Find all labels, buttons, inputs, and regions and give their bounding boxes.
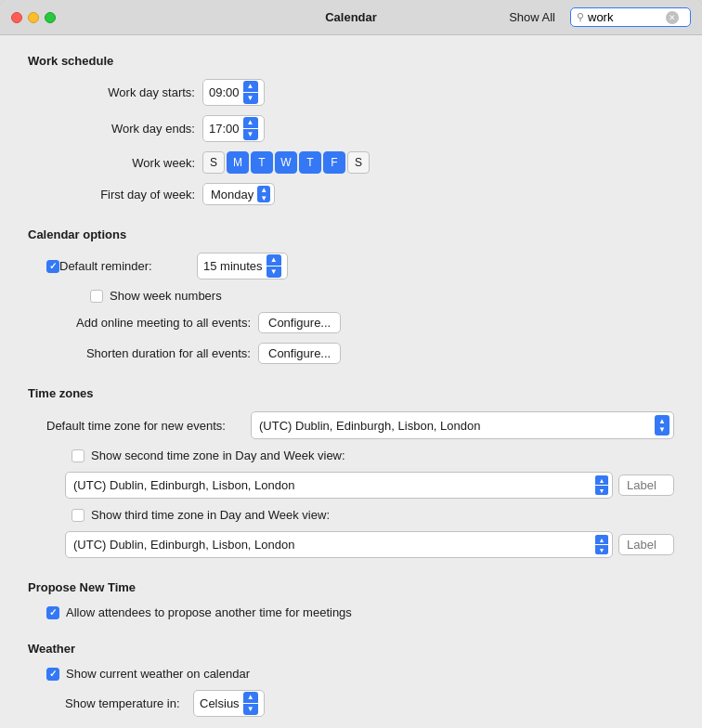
preferences-window: Calendar Show All ⚲ ✕ Work schedule Work…: [0, 0, 702, 728]
reminder-down[interactable]: ▼: [266, 266, 281, 278]
work-week-day-5[interactable]: F: [323, 151, 345, 174]
first-day-label: First day of week:: [46, 188, 195, 202]
work-day-starts-value: 09:00: [209, 85, 240, 99]
second-tz-down[interactable]: ▼: [595, 486, 608, 495]
temp-unit-up[interactable]: ▲: [243, 692, 258, 703]
default-tz-row: Default time zone for new events: (UTC) …: [28, 411, 674, 439]
show-all-button[interactable]: Show All: [503, 8, 561, 26]
show-temp-row: Show temperature in: Celsius ▲ ▼: [28, 690, 674, 717]
work-day-starts-row: Work day starts: 09:00 ▲ ▼: [28, 79, 674, 106]
first-day-value: Monday: [211, 188, 254, 202]
search-input[interactable]: [588, 10, 662, 24]
shorten-configure-button[interactable]: Configure...: [258, 343, 341, 364]
show-second-tz-checkbox[interactable]: [72, 449, 84, 462]
work-day-starts-label: Work day starts:: [46, 85, 195, 99]
show-weather-checkbox[interactable]: [46, 668, 59, 681]
temp-unit-arrows: ▲ ▼: [243, 692, 258, 715]
close-button[interactable]: [11, 12, 22, 23]
temp-unit-down[interactable]: ▼: [243, 704, 258, 715]
titlebar-actions: Show All ⚲ ✕: [503, 7, 691, 27]
shorten-duration-row: Shorten duration for all events: Configu…: [28, 343, 674, 364]
second-tz-value: (UTC) Dublin, Edinburgh, Lisbon, London: [73, 478, 592, 492]
add-online-meeting-label: Add online meeting to all events:: [46, 316, 251, 330]
search-box: ⚲ ✕: [570, 7, 691, 27]
third-tz-sub-row: (UTC) Dublin, Edinburgh, Lisbon, London …: [28, 531, 674, 558]
show-weather-label: Show current weather on calendar: [66, 667, 250, 681]
calendar-options-title: Calendar options: [28, 228, 674, 241]
minimize-button[interactable]: [28, 12, 39, 23]
work-day-ends-value: 17:00: [209, 122, 240, 136]
first-day-arrow: ▲ ▼: [257, 186, 270, 202]
work-week-day-2[interactable]: T: [251, 151, 273, 174]
default-tz-arrow: ▲ ▼: [655, 415, 670, 436]
work-week-day-4[interactable]: T: [299, 151, 321, 174]
calendar-options-section: Calendar options Default reminder: 15 mi…: [28, 228, 674, 364]
work-schedule-title: Work schedule: [28, 54, 674, 68]
add-online-configure-button[interactable]: Configure...: [258, 312, 341, 333]
default-reminder-row: Default reminder: 15 minutes ▲ ▼: [28, 253, 674, 280]
work-schedule-section: Work schedule Work day starts: 09:00 ▲ ▼…: [28, 54, 674, 205]
titlebar: Calendar Show All ⚲ ✕: [0, 0, 702, 35]
first-day-row: First day of week: Monday ▲ ▼: [28, 183, 674, 205]
work-day-ends-down[interactable]: ▼: [243, 129, 258, 140]
work-day-ends-up[interactable]: ▲: [243, 117, 258, 128]
second-tz-sub-row: (UTC) Dublin, Edinburgh, Lisbon, London …: [28, 472, 674, 499]
reminder-up[interactable]: ▲: [266, 254, 281, 266]
third-tz-label-input[interactable]: [618, 534, 674, 555]
add-online-meeting-row: Add online meeting to all events: Config…: [28, 312, 674, 333]
work-day-starts-down[interactable]: ▼: [243, 93, 258, 104]
work-day-ends-arrows: ▲ ▼: [243, 117, 258, 140]
work-week-days: SMTWTFS: [202, 151, 370, 174]
second-tz-select[interactable]: (UTC) Dublin, Edinburgh, Lisbon, London …: [65, 472, 613, 499]
work-day-starts-up[interactable]: ▲: [243, 81, 258, 92]
show-third-tz-checkbox[interactable]: [72, 509, 84, 522]
show-second-tz-label: Show second time zone in Day and Week vi…: [91, 448, 345, 462]
time-zones-title: Time zones: [28, 386, 674, 400]
allow-attendees-checkbox[interactable]: [46, 606, 59, 619]
show-third-tz-label: Show third time zone in Day and Week vie…: [91, 508, 330, 522]
third-tz-down[interactable]: ▼: [595, 545, 608, 554]
default-reminder-checkbox[interactable]: [46, 260, 59, 273]
work-day-ends-label: Work day ends:: [46, 122, 195, 136]
search-clear-button[interactable]: ✕: [666, 11, 679, 24]
allow-attendees-label: Allow attendees to propose another time …: [66, 605, 352, 619]
search-icon: ⚲: [577, 11, 584, 23]
propose-new-time-title: Propose New Time: [28, 580, 674, 594]
shorten-duration-label: Shorten duration for all events:: [46, 346, 251, 360]
zoom-button[interactable]: [45, 12, 56, 23]
work-day-ends-control[interactable]: 17:00 ▲ ▼: [202, 115, 265, 142]
work-day-starts-arrows: ▲ ▼: [243, 81, 258, 104]
temp-unit-value: Celsius: [200, 696, 240, 710]
work-week-day-1[interactable]: M: [227, 151, 249, 174]
default-tz-value: (UTC) Dublin, Edinburgh, Lisbon, London: [259, 419, 651, 433]
reminder-arrows: ▲ ▼: [266, 254, 281, 278]
third-tz-up[interactable]: ▲: [595, 535, 608, 544]
second-tz-arrows: ▲ ▼: [595, 475, 608, 495]
work-week-day-0[interactable]: S: [202, 151, 225, 174]
work-week-day-3[interactable]: W: [275, 151, 297, 174]
work-week-day-6[interactable]: S: [347, 151, 370, 174]
third-tz-arrows: ▲ ▼: [595, 535, 608, 554]
traffic-lights: [11, 12, 56, 23]
work-day-starts-control[interactable]: 09:00 ▲ ▼: [202, 79, 265, 106]
third-tz-value: (UTC) Dublin, Edinburgh, Lisbon, London: [73, 538, 592, 552]
second-tz-label-input[interactable]: [618, 474, 674, 496]
show-temp-label: Show temperature in:: [65, 696, 186, 710]
weather-section: Weather Show current weather on calendar…: [28, 642, 674, 717]
reminder-value-control[interactable]: 15 minutes ▲ ▼: [197, 253, 288, 280]
show-week-numbers-checkbox[interactable]: [90, 290, 103, 303]
propose-new-time-section: Propose New Time Allow attendees to prop…: [28, 580, 674, 619]
first-day-select[interactable]: Monday ▲ ▼: [202, 183, 275, 205]
second-tz-up[interactable]: ▲: [595, 475, 608, 485]
temp-unit-control[interactable]: Celsius ▲ ▼: [193, 690, 265, 717]
show-week-numbers-row: Show week numbers: [28, 289, 674, 303]
default-tz-select[interactable]: (UTC) Dublin, Edinburgh, Lisbon, London …: [251, 411, 674, 439]
third-tz-select[interactable]: (UTC) Dublin, Edinburgh, Lisbon, London …: [65, 531, 613, 558]
show-week-numbers-label: Show week numbers: [110, 289, 222, 303]
show-second-tz-row: Show second time zone in Day and Week vi…: [28, 448, 674, 462]
time-zones-section: Time zones Default time zone for new eve…: [28, 386, 674, 558]
show-weather-row: Show current weather on calendar: [28, 667, 674, 681]
window-title: Calendar: [325, 10, 377, 24]
work-week-row: Work week: SMTWTFS: [28, 151, 674, 174]
weather-title: Weather: [28, 642, 674, 656]
